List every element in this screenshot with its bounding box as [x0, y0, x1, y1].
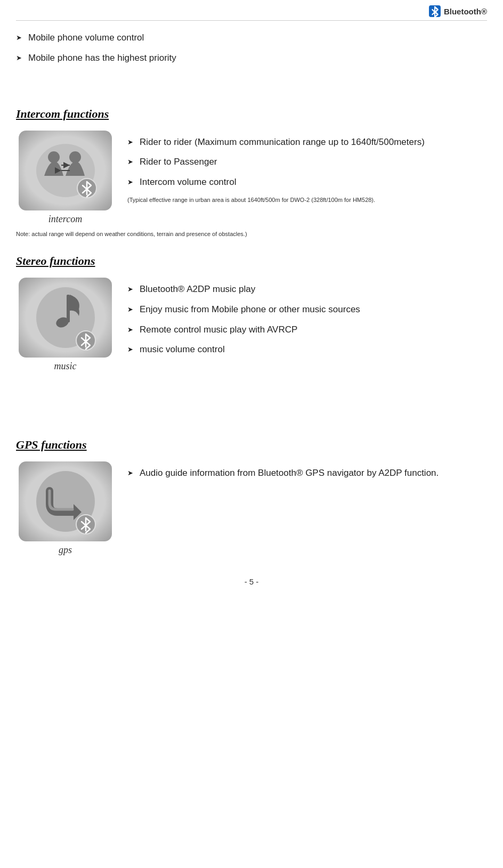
stereo-image: music [16, 278, 115, 372]
intercom-content: Rider to rider (Maximum communication ra… [127, 131, 487, 205]
stereo-section: Stereo functions [16, 254, 487, 372]
intercom-fine-print: (Typical effective range in urban area i… [127, 196, 487, 204]
stereo-bullet-1: Bluetooth® A2DP music play [127, 283, 487, 296]
svg-point-2 [48, 151, 60, 163]
intercom-section: Intercom functions [16, 107, 487, 238]
intercom-bullet-1: Rider to rider (Maximum communication ra… [127, 136, 487, 149]
top-bullets-section: Mobile phone volume control Mobile phone… [16, 31, 487, 64]
gps-label: gps [59, 545, 72, 556]
top-bullet-1: Mobile phone volume control [16, 31, 487, 44]
intercom-image: intercom [16, 131, 115, 225]
stereo-bullet-4: music volume control [127, 343, 487, 356]
intercom-bullet-list: Rider to rider (Maximum communication ra… [127, 136, 487, 189]
gps-graphic [34, 467, 98, 536]
svg-point-3 [69, 151, 81, 163]
intercom-note: Note: actual range will depend on weathe… [16, 230, 487, 238]
bluetooth-logo: Bluetooth® [429, 5, 487, 17]
gps-image: gps [16, 461, 115, 556]
top-bullet-list: Mobile phone volume control Mobile phone… [16, 31, 487, 64]
stereo-bullet-list: Bluetooth® A2DP music play Enjoy music f… [127, 283, 487, 356]
top-bullet-2: Mobile phone has the highest priority [16, 52, 487, 64]
intercom-bullet-2: Rider to Passenger [127, 156, 487, 168]
bluetooth-text: Bluetooth® [444, 7, 487, 16]
intercom-heading: Intercom functions [16, 107, 487, 121]
gps-content: Audio guide information from Bluetooth® … [127, 461, 487, 487]
intercom-body: intercom Rider to rider (Maximum communi… [16, 131, 487, 225]
gps-bullet-list: Audio guide information from Bluetooth® … [127, 467, 487, 480]
stereo-heading: Stereo functions [16, 254, 487, 268]
intercom-bullet-3: Intercom volume control [127, 176, 487, 189]
intercom-graphic [34, 141, 98, 200]
stereo-graphic [34, 283, 98, 352]
gps-bullet-1: Audio guide information from Bluetooth® … [127, 467, 487, 480]
gps-heading: GPS functions [16, 438, 487, 452]
gps-image-box [19, 461, 112, 541]
page-header: Bluetooth® [16, 5, 487, 21]
bluetooth-icon [429, 5, 441, 17]
stereo-bullet-2: Enjoy music from Mobile phone or other m… [127, 303, 487, 316]
stereo-body: music Bluetooth® A2DP music play Enjoy m… [16, 278, 487, 372]
stereo-label: music [54, 361, 77, 372]
page-number: - 5 - [16, 577, 487, 586]
stereo-content: Bluetooth® A2DP music play Enjoy music f… [127, 278, 487, 363]
gps-body: gps Audio guide information from Bluetoo… [16, 461, 487, 556]
svg-rect-6 [67, 295, 70, 322]
gps-section: GPS functions [16, 438, 487, 556]
intercom-image-box [19, 131, 112, 210]
intercom-label: intercom [48, 214, 82, 225]
stereo-image-box [19, 278, 112, 358]
stereo-bullet-3: Remote control music play with AVRCP [127, 323, 487, 336]
